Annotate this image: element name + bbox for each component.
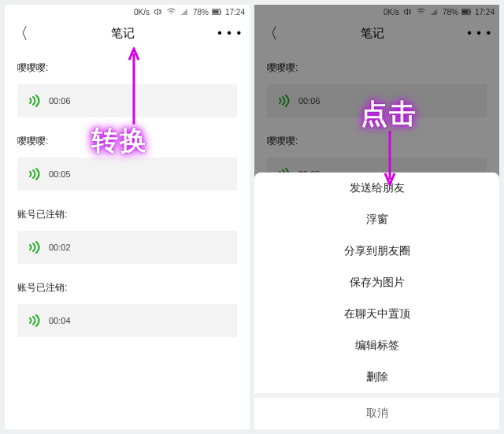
phone-right: 0K/s 78% 17:24 〈 笔记 • • • 嘤嘤嘤:00:06 嘤嘤嘤:…	[254, 5, 499, 429]
menu-send-friend[interactable]: 发送给朋友	[254, 172, 499, 204]
sender-label: 账号已注销:	[5, 267, 250, 301]
sound-icon	[25, 314, 43, 327]
phone-left: 0K/s 78% 17:24 〈 笔记 • • • 嘤嘤嘤:00:06 嘤嘤嘤:…	[5, 5, 250, 429]
status-bar: 0K/s 78% 17:24	[5, 5, 250, 19]
sender-label: 账号已注销:	[5, 194, 250, 228]
list-item: 账号已注销:00:02	[5, 194, 250, 264]
action-sheet: 发送给朋友 浮窗 分享到朋友圈 保存为图片 在聊天中置顶 编辑标签 删除 取消	[254, 172, 499, 429]
menu-float-window[interactable]: 浮窗	[254, 204, 499, 236]
net-speed: 0K/s	[134, 8, 150, 17]
voice-duration: 00:02	[49, 243, 71, 252]
battery-icon	[212, 8, 222, 16]
header: 〈 笔记 • • •	[5, 19, 250, 47]
clock: 17:24	[225, 8, 245, 17]
menu-cancel[interactable]: 取消	[254, 398, 499, 429]
back-icon[interactable]: 〈	[13, 23, 28, 44]
voice-duration: 00:05	[49, 169, 71, 179]
sound-icon	[25, 95, 43, 107]
battery-pct: 78%	[193, 8, 209, 17]
page-title: 笔记	[111, 26, 135, 41]
note-body: 嘤嘤嘤:00:06 嘤嘤嘤:00:05 账号已注销:00:02 账号已注销:00…	[5, 47, 250, 337]
menu-share-moments[interactable]: 分享到朋友圈	[254, 236, 499, 267]
signal-icon	[180, 8, 190, 16]
voice-bubble[interactable]: 00:05	[17, 158, 237, 191]
menu-pin-chat[interactable]: 在聊天中置顶	[254, 299, 499, 330]
list-item: 账号已注销:00:04	[5, 267, 250, 337]
voice-bubble[interactable]: 00:06	[17, 84, 237, 117]
voice-duration: 00:06	[49, 96, 71, 106]
sound-icon	[25, 241, 43, 254]
list-item: 嘤嘤嘤:00:05	[5, 121, 250, 191]
voice-bubble[interactable]: 00:02	[17, 231, 237, 264]
voice-duration: 00:04	[49, 316, 71, 325]
menu-save-image[interactable]: 保存为图片	[254, 267, 499, 299]
voice-bubble[interactable]: 00:04	[17, 304, 237, 337]
mute-icon	[153, 8, 163, 16]
menu-edit-tags[interactable]: 编辑标签	[254, 330, 499, 362]
wifi-icon	[166, 8, 176, 16]
list-item: 嘤嘤嘤:00:06	[5, 47, 250, 117]
menu-delete[interactable]: 删除	[254, 362, 499, 393]
sender-label: 嘤嘤嘤:	[5, 121, 250, 154]
sound-icon	[25, 168, 43, 180]
sender-label: 嘤嘤嘤:	[5, 47, 250, 81]
svg-rect-2	[220, 11, 221, 13]
svg-rect-1	[213, 10, 219, 13]
more-icon[interactable]: • • •	[217, 26, 242, 40]
